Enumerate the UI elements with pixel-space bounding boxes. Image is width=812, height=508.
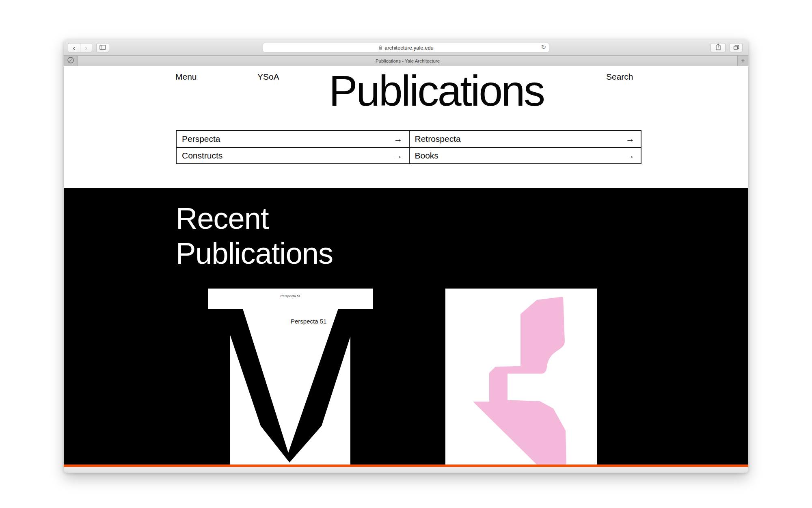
cover-title-label: Perspecta 51 (291, 318, 326, 325)
cover-top-text: Perspecta 51 (208, 294, 373, 298)
section-heading-line2: Publications (176, 236, 333, 271)
link-label: Retrospecta (415, 134, 461, 144)
section-heading-line1: Recent (176, 201, 333, 236)
sidebar-icon (99, 44, 106, 52)
pinned-tab[interactable] (64, 56, 78, 66)
window-bottom-edge (64, 467, 748, 473)
history-nav-group: ‹ › (68, 43, 92, 52)
forward-button[interactable]: › (80, 43, 92, 52)
link-label: Perspecta (182, 134, 220, 144)
show-tabs-button[interactable] (730, 43, 743, 52)
back-button[interactable]: ‹ (68, 43, 80, 52)
sidebar-toggle-button[interactable] (96, 43, 109, 52)
reload-icon[interactable]: ↻ (541, 43, 546, 51)
lock-icon (378, 45, 382, 50)
menu-button[interactable]: Menu (175, 72, 197, 82)
pink-abstract-artwork (445, 289, 597, 465)
publication-links-grid: Perspecta → Retrospecta → Constructs → B… (176, 130, 641, 164)
new-tab-button[interactable]: + (737, 56, 748, 66)
page-content: Menu YSoA Publications Search Perspecta … (64, 66, 748, 465)
section-heading: Recent Publications (176, 201, 333, 271)
arrow-right-icon: → (394, 134, 403, 144)
arrow-right-icon: → (626, 134, 635, 144)
search-button[interactable]: Search (606, 72, 633, 82)
share-button[interactable] (710, 43, 726, 52)
recent-publications-section: Recent Publications Perspecta 51 Perspec… (64, 188, 748, 465)
link-books[interactable]: Books → (409, 147, 641, 163)
url-text: architecture.yale.edu (384, 45, 434, 51)
arrow-right-icon: → (394, 150, 403, 161)
link-constructs[interactable]: Constructs → (177, 147, 409, 163)
browser-toolbar: ‹ › architecture.yale.edu ↻ (64, 39, 748, 56)
browser-window: ‹ › architecture.yale.edu ↻ (64, 39, 748, 473)
link-label: Books (415, 151, 438, 161)
brand-link-ysoa[interactable]: YSoA (257, 72, 279, 82)
letter-m-artwork (208, 289, 373, 465)
share-icon (715, 43, 721, 52)
active-tab[interactable]: Publications - Yale Architecture (78, 56, 737, 66)
address-bar[interactable]: architecture.yale.edu ↻ (263, 43, 549, 52)
link-perspecta[interactable]: Perspecta → (177, 131, 409, 147)
cover-perspecta-51[interactable]: Perspecta 51 Perspecta 51 (208, 289, 373, 465)
tab-bar: Publications - Yale Architecture + (64, 56, 748, 66)
tab-title: Publications - Yale Architecture (376, 59, 440, 63)
link-retrospecta[interactable]: Retrospecta → (409, 131, 641, 147)
page-title: Publications (329, 69, 544, 112)
arrow-right-icon: → (626, 150, 635, 161)
tabs-icon (733, 44, 739, 52)
link-label: Constructs (182, 151, 222, 161)
cover-pink-abstract[interactable] (445, 289, 597, 465)
compass-icon (67, 56, 74, 65)
